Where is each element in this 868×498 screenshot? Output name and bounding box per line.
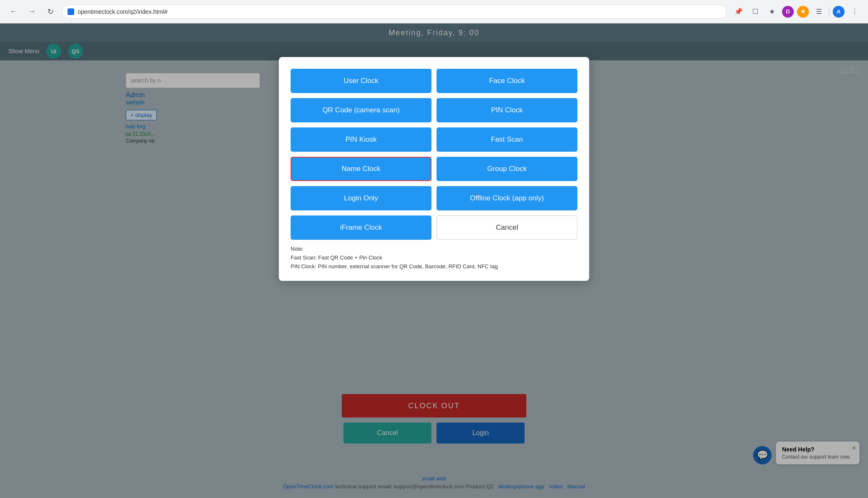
note-line1: Fast Scan: Fast QR Code + Pin Clock (291, 254, 382, 261)
cancel-button[interactable]: Cancel (437, 215, 577, 240)
name-clock-button[interactable]: Name Clock (291, 157, 431, 181)
fast-scan-button[interactable]: Fast Scan (437, 127, 577, 152)
browser-chrome: ← → ↻ opentimeclock.com/q2/index.html# 📌… (0, 0, 868, 23)
location-icon[interactable]: 📌 (732, 5, 745, 18)
reload-button[interactable]: ↻ (44, 5, 57, 18)
login-only-button[interactable]: Login Only (291, 186, 431, 210)
extension-s-icon[interactable]: ★ (797, 6, 809, 18)
group-clock-button[interactable]: Group Clock (437, 157, 577, 181)
pin-clock-button[interactable]: PIN Clock (437, 98, 577, 122)
site-favicon (68, 8, 74, 15)
back-button[interactable]: ← (7, 5, 20, 18)
pin-kiosk-button[interactable]: PIN Kiosk (291, 127, 431, 152)
modal-note: Note: Fast Scan: Fast QR Code + Pin Cloc… (291, 245, 577, 271)
face-clock-button[interactable]: Face Clock (437, 69, 577, 93)
screenshot-icon[interactable]: ☐ (748, 5, 762, 18)
user-clock-button[interactable]: User Clock (291, 69, 431, 93)
offline-clock-button[interactable]: Offline Clock (app only) (437, 186, 577, 210)
star-icon[interactable]: ★ (765, 5, 779, 18)
iframe-clock-button[interactable]: iFrame Clock (291, 215, 431, 240)
divider (829, 7, 829, 17)
app-background: Meeting, Friday, 9: 00 Show Menu UI QS q… (0, 23, 868, 498)
menu-icon[interactable]: ⋮ (848, 5, 861, 18)
user-profile-icon[interactable]: A (833, 6, 845, 18)
extensions-icon[interactable]: ☰ (812, 5, 826, 18)
browser-toolbar: 📌 ☐ ★ D ★ ☰ A ⋮ (732, 5, 861, 18)
note-label: Note: (291, 246, 304, 252)
modal-button-grid: User Clock Face Clock QR Code (camera sc… (291, 69, 577, 240)
address-bar[interactable]: opentimeclock.com/q2/index.html# (62, 5, 727, 19)
clock-type-modal: User Clock Face Clock QR Code (camera sc… (279, 57, 589, 281)
url-text: opentimeclock.com/q2/index.html# (78, 8, 168, 15)
note-line2: PIN Clock: PIN number, external scanner … (291, 263, 498, 270)
qr-code-button[interactable]: QR Code (camera scan) (291, 98, 431, 122)
extension-d-icon[interactable]: D (782, 6, 794, 18)
modal-overlay: User Clock Face Clock QR Code (camera sc… (0, 23, 868, 498)
forward-button[interactable]: → (25, 5, 39, 18)
